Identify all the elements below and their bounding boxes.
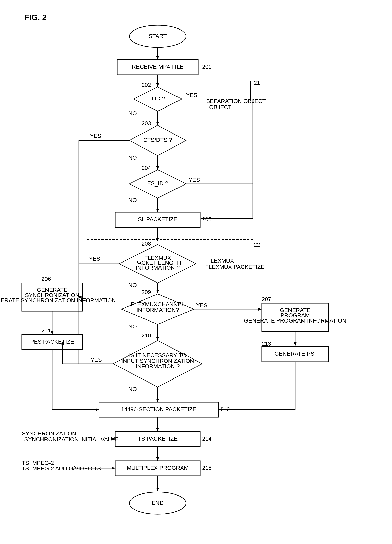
- sync-input-node3: INFORMATION ?: [136, 363, 179, 369]
- svg-marker-6: [156, 83, 159, 87]
- sync-initial-label2: SYNCHRONIZATION INITIAL VALUE: [24, 436, 119, 442]
- ref-208: 208: [142, 241, 151, 247]
- end-node: END: [152, 500, 164, 506]
- cts-dts-yes-label: YES: [90, 133, 101, 139]
- svg-marker-36: [156, 337, 159, 341]
- ref-21: 21: [254, 80, 260, 86]
- iod-node: IOD ?: [150, 95, 165, 102]
- iod-yes-label: YES: [186, 92, 197, 98]
- sl-packetize-node: SL PACKETIZE: [138, 216, 178, 223]
- ref-207: 207: [262, 296, 271, 302]
- generate-program-node3: GENERATE PROGRAM INFORMATION: [244, 318, 346, 324]
- ref-22: 22: [254, 242, 260, 248]
- svg-marker-73: [156, 457, 159, 461]
- start-node: START: [148, 33, 166, 39]
- svg-marker-51: [51, 331, 53, 334]
- ref-209: 209: [142, 289, 151, 295]
- svg-marker-32: [156, 290, 159, 293]
- flex-packet-yes-label: YES: [89, 256, 100, 262]
- ref-204: 204: [142, 165, 151, 171]
- svg-marker-62: [294, 342, 297, 346]
- pes-packetize-node: PES PACKETIZE: [30, 338, 74, 345]
- ts-packetize-node: TS PACKETIZE: [138, 436, 178, 442]
- flexmuxchannel-node2: INFORMATION?: [137, 307, 179, 313]
- multiplex-program-node: MULTIPLEX PROGRAM: [127, 465, 189, 471]
- ref-213: 213: [262, 341, 271, 347]
- ref-203: 203: [142, 120, 151, 126]
- diagram-container: FIG. 2 START RECEIVE MP4 FILE 201 21 SEP…: [0, 0, 392, 544]
- ts-mpeg2-label2: TS: MPEG-2 AUDIO/VIDEO TS: [22, 465, 101, 472]
- flexmuxchannel-yes-label: YES: [196, 302, 208, 308]
- svg-marker-2: [156, 56, 159, 60]
- sync-initial-label: SYNCHRONIZATION: [22, 431, 76, 437]
- figure-title: FIG. 2: [24, 13, 47, 22]
- separation-object-label2: OBJECT: [209, 104, 232, 110]
- ref-202: 202: [142, 82, 151, 88]
- svg-marker-15: [156, 166, 159, 170]
- ts-mpeg2-label: TS: MPEG-2: [22, 460, 54, 466]
- flex-packet-no-label: NO: [128, 282, 137, 288]
- svg-marker-76: [112, 467, 115, 470]
- ref-201: 201: [202, 64, 212, 70]
- es-id-no-label: NO: [128, 197, 137, 203]
- svg-marker-78: [156, 488, 159, 491]
- receive-mp4-node: RECEIVE MP4 FILE: [132, 64, 183, 70]
- svg-marker-19: [156, 209, 159, 212]
- ref-210: 210: [142, 332, 151, 339]
- iod-no-label: NO: [128, 110, 137, 116]
- cts-dts-no-label: NO: [128, 155, 137, 161]
- svg-marker-68: [156, 428, 159, 432]
- flexmux-packet-length-node3: INFORMATION ?: [136, 265, 179, 271]
- flexmuxchannel-no-label: NO: [128, 323, 137, 330]
- svg-marker-27: [156, 238, 159, 242]
- generate-sync-node3: GENERATE SYNCHRONIZATION INFORMATION: [0, 297, 116, 303]
- section-packetize-node: 14496-SECTION PACKETIZE: [121, 406, 196, 413]
- svg-marker-11: [156, 122, 159, 125]
- ref-206: 206: [42, 276, 51, 282]
- svg-marker-57: [96, 408, 99, 411]
- flexmux-packetize-label2: FLEXMUX PACKETIZE: [205, 264, 265, 270]
- svg-marker-40: [156, 399, 159, 402]
- sync-input-no-label: NO: [128, 386, 137, 392]
- ref-215: 215: [202, 465, 212, 471]
- es-id-node: ES_ID ?: [147, 180, 168, 187]
- svg-marker-60: [258, 308, 262, 311]
- es-id-yes-label: YES: [189, 177, 200, 183]
- generate-psi-node: GENERATE PSI: [274, 351, 316, 357]
- sync-input-yes-label: YES: [91, 357, 102, 363]
- ref-214: 214: [202, 436, 212, 442]
- cts-dts-node: CTS/DTS ?: [143, 137, 172, 143]
- flexmuxchannel-node: FLEXMUXCHANNEL: [131, 301, 184, 307]
- ref-211: 211: [42, 327, 51, 334]
- flexmux-packetize-label: FLEXMUX: [207, 258, 234, 264]
